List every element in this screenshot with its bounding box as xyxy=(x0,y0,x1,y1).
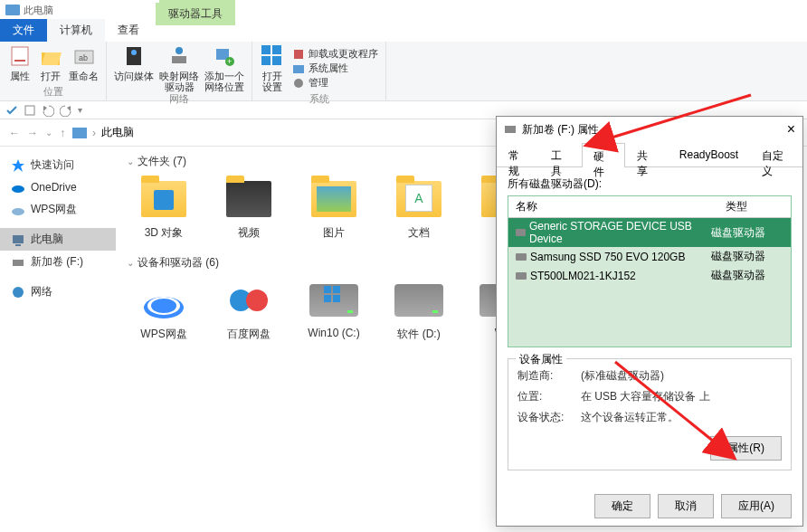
ribbon: 属性 打开 ab 重命名 位置 访问媒体 映射网络 驱动器 + xyxy=(0,42,807,101)
ribbon-group-network: 网络 xyxy=(114,92,244,106)
ribbon-open-settings[interactable]: 打开 设置 xyxy=(260,43,285,92)
ribbon-group-system: 系统 xyxy=(260,92,378,106)
tab-drive-tools[interactable]: 驱动器工具 xyxy=(156,3,235,25)
nav-recent[interactable]: ⌄ xyxy=(45,128,52,138)
ribbon-manage[interactable]: 管理 xyxy=(292,76,328,90)
column-type[interactable]: 类型 xyxy=(718,196,791,217)
ribbon-rename[interactable]: ab 重命名 xyxy=(69,43,99,81)
svg-rect-0 xyxy=(12,47,28,65)
drive-c[interactable]: Win10 (C:) xyxy=(297,278,371,342)
disk-row-st500[interactable]: ST500LM021-1KJ152 磁盘驱动器 xyxy=(508,266,791,285)
svg-point-29 xyxy=(13,287,24,298)
folder-videos[interactable]: 视频 xyxy=(212,176,286,241)
disk-list-label: 所有磁盘驱动器(D): xyxy=(508,176,792,192)
apply-button[interactable]: 应用(A) xyxy=(721,494,792,518)
tab-view[interactable]: 查看 xyxy=(105,19,152,42)
check-icon[interactable] xyxy=(5,104,18,117)
disk-list[interactable]: 名称 类型 Generic STORAGE DEVICE USB Device … xyxy=(508,195,792,347)
device-properties-button[interactable]: 属性(R) xyxy=(710,436,782,461)
location-value: 在 USB 大容量存储设备 上 xyxy=(581,389,710,404)
disk-row-generic[interactable]: Generic STORAGE DEVICE USB Device 磁盘驱动器 xyxy=(508,218,791,247)
nav-up[interactable]: ↑ xyxy=(60,127,65,139)
svg-point-7 xyxy=(131,50,137,55)
dialog-title: 新加卷 (F:) 属性 xyxy=(504,122,599,138)
svg-rect-37 xyxy=(324,295,331,302)
sidebar-this-pc[interactable]: 此电脑 xyxy=(0,228,116,251)
folder-pictures[interactable]: 图片 xyxy=(297,176,371,241)
svg-rect-28 xyxy=(13,260,24,266)
ribbon-system-props[interactable]: 系统属性 xyxy=(292,62,348,75)
folder-documents[interactable]: A文档 xyxy=(382,176,456,241)
column-name[interactable]: 名称 xyxy=(508,196,718,217)
sidebar: 快速访问 OneDrive WPS网盘 此电脑 新加卷 (F:) 网络 xyxy=(0,147,116,532)
ribbon-map-drive[interactable]: 映射网络 驱动器 xyxy=(159,43,199,92)
svg-rect-18 xyxy=(293,65,304,73)
tab-custom[interactable]: 自定义 xyxy=(750,142,802,166)
svg-rect-36 xyxy=(333,286,340,293)
ribbon-tabs: 文件 计算机 查看 管理 驱动器工具 xyxy=(0,20,807,42)
svg-rect-35 xyxy=(324,286,331,293)
window-title-bar: 此电脑 xyxy=(0,0,807,20)
svg-text:+: + xyxy=(227,57,232,66)
svg-rect-26 xyxy=(13,235,24,243)
drive-wps[interactable]: WPS网盘 xyxy=(127,278,201,342)
ribbon-open[interactable]: 打开 xyxy=(38,43,63,81)
pc-icon xyxy=(5,5,20,15)
svg-point-32 xyxy=(151,299,176,313)
sidebar-new-volume[interactable]: 新加卷 (F:) xyxy=(0,251,116,273)
sidebar-onedrive[interactable]: OneDrive xyxy=(0,176,116,198)
tab-file[interactable]: 文件 xyxy=(0,19,47,42)
nav-back[interactable]: ← xyxy=(9,127,20,139)
drive-d[interactable]: 软件 (D:) xyxy=(382,278,456,342)
window-title: 此电脑 xyxy=(24,4,53,17)
ok-button[interactable]: 确定 xyxy=(594,494,650,518)
svg-point-25 xyxy=(12,208,24,215)
pc-icon xyxy=(72,128,87,138)
address-field[interactable]: › 此电脑 xyxy=(72,125,134,140)
dropdown-icon[interactable]: ▾ xyxy=(78,105,82,115)
svg-rect-13 xyxy=(261,45,271,54)
svg-point-9 xyxy=(176,47,183,54)
svg-point-34 xyxy=(246,290,268,311)
drive-baidu[interactable]: 百度网盘 xyxy=(212,278,286,342)
tab-computer[interactable]: 计算机 xyxy=(47,19,105,42)
tab-readyboost[interactable]: ReadyBoost xyxy=(668,142,750,166)
cancel-button[interactable]: 取消 xyxy=(658,494,714,518)
ribbon-add-network[interactable]: + 添加一个 网络位置 xyxy=(204,43,244,92)
disk-row-samsung[interactable]: Samsung SSD 750 EVO 120GB 磁盘驱动器 xyxy=(508,247,791,266)
status-value: 这个设备运转正常。 xyxy=(581,410,679,425)
redo-icon[interactable] xyxy=(60,104,72,117)
disk-icon xyxy=(516,253,527,261)
tab-general[interactable]: 常规 xyxy=(497,142,539,166)
folder-3d-objects[interactable]: 3D 对象 xyxy=(127,176,201,241)
svg-rect-16 xyxy=(272,56,281,65)
sidebar-quick-access[interactable]: 快速访问 xyxy=(0,154,116,176)
svg-rect-27 xyxy=(15,244,21,246)
tab-hardware[interactable]: 硬件 xyxy=(582,143,624,167)
svg-rect-15 xyxy=(261,56,271,65)
svg-rect-17 xyxy=(294,50,303,59)
svg-rect-8 xyxy=(172,56,186,63)
disk-icon xyxy=(516,272,527,280)
svg-marker-21 xyxy=(43,106,47,111)
sidebar-network[interactable]: 网络 xyxy=(0,280,116,303)
breadcrumb[interactable]: 此电脑 xyxy=(101,125,134,140)
nav-forward[interactable]: → xyxy=(27,127,38,139)
svg-rect-20 xyxy=(25,106,34,115)
ribbon-group-location: 位置 xyxy=(7,85,99,99)
svg-rect-1 xyxy=(14,60,25,62)
ribbon-uninstall[interactable]: 卸载或更改程序 xyxy=(292,47,378,61)
undo-icon[interactable] xyxy=(42,104,54,117)
tab-sharing[interactable]: 共享 xyxy=(625,142,668,166)
svg-rect-14 xyxy=(272,45,281,54)
close-icon[interactable]: × xyxy=(787,121,795,138)
manufacturer-value: (标准磁盘驱动器) xyxy=(581,368,664,384)
ribbon-access-media[interactable]: 访问媒体 xyxy=(114,43,154,92)
tab-tools[interactable]: 工具 xyxy=(539,142,582,166)
svg-rect-38 xyxy=(333,295,340,302)
sidebar-wps[interactable]: WPS网盘 xyxy=(0,198,116,221)
ribbon-properties[interactable]: 属性 xyxy=(7,43,33,81)
svg-rect-39 xyxy=(505,126,516,133)
svg-marker-22 xyxy=(67,106,71,111)
box-icon[interactable] xyxy=(24,104,36,117)
